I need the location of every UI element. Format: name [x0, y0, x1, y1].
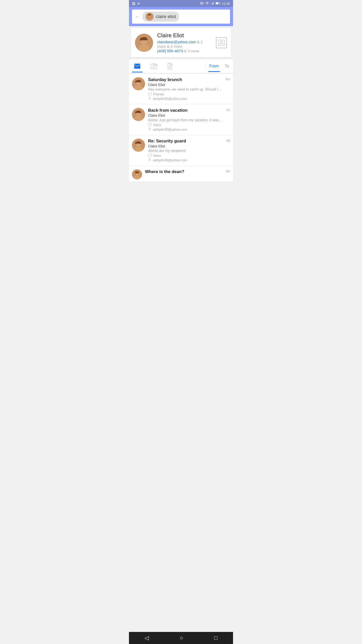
- folder-icon-3: [148, 154, 152, 157]
- email-subject-2: Back from vacation: [148, 108, 188, 113]
- svg-point-25: [149, 128, 151, 129]
- contact-name: Claire Eliot: [157, 32, 212, 39]
- person-icon-2: [148, 127, 151, 131]
- search-chip[interactable]: claire eliot: [143, 12, 179, 22]
- email-time-3: 4d: [227, 139, 230, 142]
- email-content-2: Back from vacation 1h Claire Eliot Aloha…: [148, 108, 230, 131]
- tab-file[interactable]: [165, 59, 175, 73]
- contact-card-icon[interactable]: [216, 37, 227, 48]
- person-icon-1: [148, 97, 151, 101]
- email-folder-3: Inbox: [148, 154, 230, 157]
- contact-phone-more: & 3 more: [184, 49, 199, 53]
- svg-point-13: [153, 65, 155, 67]
- email-recipient-row-1: ashtyler35@yahoo.com: [148, 97, 230, 101]
- tab-photo[interactable]: [149, 60, 159, 72]
- search-avatar: [146, 13, 154, 21]
- contact-email-row: clairebear@yahoo.com & 2 more & 2 more: [157, 40, 212, 49]
- email-subject-4: Where is the dean?: [145, 169, 184, 174]
- email-sender-1: Claire Eliot: [148, 83, 230, 87]
- email-folder-label-1: Friends: [153, 92, 164, 96]
- svg-point-29: [149, 158, 151, 160]
- contact-avatar: [135, 34, 153, 52]
- from-to-tabs: From To: [208, 60, 230, 72]
- email-preview-1: Hey everyone, we need to catch up. Shoul…: [148, 87, 230, 91]
- email-header-1: Saturday brunch 3m: [148, 77, 230, 82]
- email-recipient-row-3: ashtyler35@yahoo.com: [148, 158, 230, 162]
- email-header-2: Back from vacation 1h: [148, 108, 230, 113]
- email-folder-2: Inbox: [148, 123, 230, 127]
- status-time: 12:30: [222, 2, 230, 6]
- wifi-icon: [205, 2, 209, 6]
- email-folder-1: Friends: [148, 92, 230, 96]
- email-avatar-4: [132, 169, 142, 179]
- email-avatar-3: [132, 139, 145, 152]
- status-icons-left: 🖼 ✉: [132, 2, 140, 6]
- email-time-2: 1h: [227, 108, 230, 112]
- search-chip-text: claire eliot: [156, 14, 176, 19]
- contact-phone[interactable]: (408) 555-4673: [157, 49, 183, 53]
- contact-email[interactable]: clairebear@yahoo.com: [157, 40, 196, 44]
- email-content-1: Saturday brunch 3m Claire Eliot Hey ever…: [148, 77, 230, 101]
- email-list: Saturday brunch 3m Claire Eliot Hey ever…: [129, 74, 233, 181]
- email-preview-2: Aloha! Just got back from my vacation. I…: [148, 118, 230, 122]
- email-item-4[interactable]: Where is the dean? 2w: [129, 166, 233, 181]
- email-item-3[interactable]: Re: Security guard 4d Claire Eliot Words…: [129, 135, 233, 166]
- email-content-4: Where is the dean? 2w: [145, 169, 230, 179]
- email-time-4: 2w: [226, 169, 230, 173]
- email-folder-label-3: Inbox: [153, 154, 161, 157]
- status-icons-right: 12:30: [200, 2, 230, 6]
- contact-email-suffix: & 2 more: [167, 44, 182, 49]
- email-header-4: Where is the dean? 2w: [145, 169, 230, 174]
- folder-icon-2: [148, 123, 152, 127]
- search-bar[interactable]: ← claire eliot: [132, 10, 230, 24]
- svg-point-14: [156, 65, 156, 66]
- person-icon-3: [148, 158, 151, 162]
- svg-rect-11: [134, 64, 140, 69]
- email-header-3: Re: Security guard 4d: [148, 139, 230, 144]
- email-avatar-1: [132, 77, 145, 90]
- email-time-1: 3m: [225, 77, 230, 81]
- email-recipient-2: ashtyler35@yahoo.com: [153, 128, 187, 131]
- tab-to[interactable]: To: [224, 60, 230, 72]
- email-recipient-3: ashtyler35@yahoo.com: [153, 158, 187, 162]
- email-subject-1: Saturday brunch: [148, 77, 182, 82]
- contact-phone-row: (408) 555-4673 & 3 more: [157, 49, 212, 53]
- status-bar: 🖼 ✉ 12:30: [129, 0, 233, 7]
- mail-status-icon: ✉: [137, 2, 140, 6]
- svg-rect-1: [216, 3, 218, 4]
- vibrate-icon: [200, 2, 204, 6]
- svg-point-10: [220, 41, 222, 43]
- email-subject-3: Re: Security guard: [148, 139, 186, 144]
- email-item-1[interactable]: Saturday brunch 3m Claire Eliot Hey ever…: [129, 74, 233, 104]
- tabs-container: From To: [129, 59, 233, 73]
- tab-icon-group: [132, 59, 202, 73]
- email-folder-label-2: Inbox: [153, 123, 161, 127]
- folder-icon-1: [148, 92, 152, 96]
- battery-icon: [216, 2, 220, 6]
- email-avatar-2: [132, 108, 145, 121]
- svg-point-21: [149, 97, 151, 99]
- contact-card: Claire Eliot clairebear@yahoo.com & 2 mo…: [131, 28, 231, 57]
- email-sender-3: Claire Eliot: [148, 144, 230, 148]
- email-preview-3: Words are my weapons!: [148, 149, 230, 153]
- email-recipient-1: ashtyler35@yahoo.com: [153, 97, 187, 101]
- email-item-2[interactable]: Back from vacation 1h Claire Eliot Aloha…: [129, 104, 233, 135]
- email-sender-2: Claire Eliot: [148, 113, 230, 117]
- image-icon: 🖼: [132, 2, 135, 6]
- email-content-3: Re: Security guard 4d Claire Eliot Words…: [148, 139, 230, 162]
- tab-email[interactable]: [132, 60, 143, 72]
- search-bar-container: ← claire eliot: [129, 7, 233, 26]
- back-button[interactable]: ←: [135, 14, 140, 20]
- tab-divider: [205, 62, 205, 70]
- signal-icon: [211, 2, 214, 6]
- contact-info: Claire Eliot clairebear@yahoo.com & 2 mo…: [157, 32, 212, 53]
- tab-from[interactable]: From: [208, 60, 220, 72]
- email-recipient-row-2: ashtyler35@yahoo.com: [148, 127, 230, 131]
